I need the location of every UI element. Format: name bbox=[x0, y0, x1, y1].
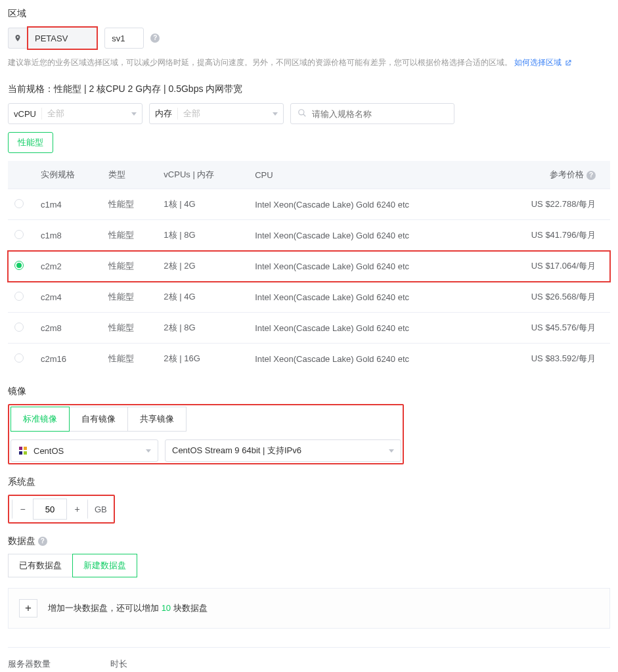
cell-cpu: Intel Xeon(Cascade Lake) Gold 6240 etc bbox=[248, 220, 488, 251]
th-spec: 实例规格 bbox=[34, 161, 102, 189]
region-help-link[interactable]: 如何选择区域 bbox=[514, 58, 571, 67]
th-price: 参考价格 ? bbox=[488, 161, 610, 189]
region-select-petasv[interactable]: PETASV bbox=[8, 26, 98, 50]
add-disk-row: + 增加一块数据盘，还可以增加 10 块数据盘 bbox=[8, 588, 610, 629]
system-disk-increase[interactable]: + bbox=[66, 499, 87, 520]
svg-rect-5 bbox=[24, 451, 27, 455]
table-row[interactable]: c2m8性能型2核 | 8GIntel Xeon(Cascade Lake) G… bbox=[8, 313, 610, 344]
svg-rect-2 bbox=[19, 447, 22, 450]
cell-cpu: Intel Xeon(Cascade Lake) Gold 6240 etc bbox=[248, 282, 488, 313]
cell-price: US $83.592/每月 bbox=[488, 344, 610, 374]
row-radio[interactable] bbox=[14, 292, 24, 301]
cell-spec: c2m2 bbox=[34, 251, 102, 282]
chevron-down-icon bbox=[146, 449, 151, 453]
qty-label: 服务器数量 bbox=[8, 658, 84, 670]
cell-vcpus: 1核 | 4G bbox=[157, 189, 248, 220]
row-radio[interactable] bbox=[14, 323, 24, 332]
cell-spec: c1m8 bbox=[34, 220, 102, 251]
vcpu-filter-select[interactable]: vCPU 全部 bbox=[8, 103, 143, 124]
vcpu-filter-label: vCPU bbox=[14, 109, 36, 119]
system-disk-block: − + GB bbox=[8, 495, 115, 524]
cell-spec: c1m4 bbox=[34, 189, 102, 220]
cell-vcpus: 1核 | 8G bbox=[157, 220, 248, 251]
cell-price: US $17.064/每月 bbox=[488, 251, 610, 282]
cell-vcpus: 2核 | 2G bbox=[157, 251, 248, 282]
cell-type: 性能型 bbox=[102, 313, 157, 344]
centos-icon bbox=[18, 445, 28, 456]
chevron-down-icon bbox=[131, 112, 137, 116]
system-disk-input[interactable] bbox=[33, 504, 66, 514]
spec-search-box[interactable] bbox=[290, 103, 454, 124]
cell-vcpus: 2核 | 16G bbox=[157, 344, 248, 374]
region-option-label: sv1 bbox=[112, 34, 125, 43]
info-icon[interactable]: ? bbox=[38, 537, 47, 546]
svg-point-0 bbox=[299, 109, 304, 114]
row-radio[interactable] bbox=[14, 353, 24, 363]
th-select bbox=[8, 161, 34, 189]
add-disk-button[interactable]: + bbox=[19, 599, 37, 617]
data-disk-tab-new[interactable]: 新建数据盘 bbox=[72, 554, 137, 577]
cell-vcpus: 2核 | 8G bbox=[157, 313, 248, 344]
image-label: 镜像 bbox=[8, 386, 610, 397]
cell-price: US $41.796/每月 bbox=[488, 220, 610, 251]
table-row[interactable]: c2m2性能型2核 | 2GIntel Xeon(Cascade Lake) G… bbox=[8, 251, 610, 282]
th-cpu: CPU bbox=[248, 161, 488, 189]
cell-type: 性能型 bbox=[102, 189, 157, 220]
image-config-block: 标准镜像 自有镜像 共享镜像 CentOS CentOS Stream 9 64… bbox=[8, 404, 404, 464]
memory-filter-label: 内存 bbox=[155, 108, 172, 120]
data-disk-tab-existing[interactable]: 已有数据盘 bbox=[8, 554, 72, 577]
cell-type: 性能型 bbox=[102, 282, 157, 313]
chevron-down-icon bbox=[389, 449, 394, 453]
region-option-sv1[interactable]: sv1 bbox=[104, 28, 144, 49]
cell-cpu: Intel Xeon(Cascade Lake) Gold 6240 etc bbox=[248, 344, 488, 374]
image-tab-shared[interactable]: 共享镜像 bbox=[127, 407, 187, 432]
row-radio[interactable] bbox=[14, 230, 24, 239]
table-row[interactable]: c2m4性能型2核 | 4GIntel Xeon(Cascade Lake) G… bbox=[8, 282, 610, 313]
table-row[interactable]: c1m8性能型1核 | 8GIntel Xeon(Cascade Lake) G… bbox=[8, 220, 610, 251]
row-radio[interactable] bbox=[14, 199, 24, 208]
search-icon bbox=[298, 108, 307, 120]
os-name: CentOS bbox=[33, 446, 64, 456]
current-spec-title: 当前规格：性能型 | 2 核CPU 2 G内存 | 0.5Gbps 内网带宽 bbox=[8, 83, 610, 95]
add-disk-text: 增加一块数据盘，还可以增加 10 块数据盘 bbox=[48, 602, 208, 614]
svg-rect-3 bbox=[24, 447, 27, 450]
cell-cpu: Intel Xeon(Cascade Lake) Gold 6240 etc bbox=[248, 313, 488, 344]
os-version: CentOS Stream 9 64bit | 支持IPv6 bbox=[172, 445, 301, 457]
os-version-select[interactable]: CentOS Stream 9 64bit | 支持IPv6 bbox=[165, 439, 401, 462]
cell-spec: c2m8 bbox=[34, 313, 102, 344]
info-icon[interactable]: ? bbox=[586, 171, 596, 180]
cell-spec: c2m16 bbox=[34, 344, 102, 374]
row-radio[interactable] bbox=[14, 261, 24, 270]
region-value: PETASV bbox=[27, 26, 98, 50]
table-row[interactable]: c1m4性能型1核 | 4GIntel Xeon(Cascade Lake) G… bbox=[8, 189, 610, 220]
region-hint-text: 建议靠近您的业务区域选择区域，可以减少网络时延，提高访问速度。另外，不同区域的资… bbox=[8, 58, 512, 67]
location-pin-icon bbox=[14, 34, 22, 43]
cell-cpu: Intel Xeon(Cascade Lake) Gold 6240 etc bbox=[248, 251, 488, 282]
system-disk-unit: GB bbox=[95, 504, 111, 514]
chevron-down-icon bbox=[273, 112, 278, 116]
image-tab-own[interactable]: 自有镜像 bbox=[70, 407, 127, 432]
cell-type: 性能型 bbox=[102, 220, 157, 251]
spec-table: 实例规格 类型 vCPUs | 内存 CPU 参考价格 ? c1m4性能型1核 … bbox=[8, 161, 610, 374]
cell-spec: c2m4 bbox=[34, 282, 102, 313]
system-disk-decrease[interactable]: − bbox=[12, 499, 33, 520]
system-disk-label: 系统盘 bbox=[8, 476, 610, 488]
spec-search-input[interactable] bbox=[312, 109, 447, 119]
table-row[interactable]: c2m16性能型2核 | 16GIntel Xeon(Cascade Lake)… bbox=[8, 344, 610, 374]
region-label: 区域 bbox=[8, 8, 610, 20]
memory-filter-select[interactable]: 内存 全部 bbox=[149, 103, 284, 124]
cell-price: US $45.576/每月 bbox=[488, 313, 610, 344]
system-disk-stepper[interactable]: − + bbox=[12, 499, 88, 520]
cell-cpu: Intel Xeon(Cascade Lake) Gold 6240 etc bbox=[248, 189, 488, 220]
os-select[interactable]: CentOS bbox=[11, 439, 158, 462]
th-vcpus: vCPUs | 内存 bbox=[157, 161, 248, 189]
info-icon[interactable]: ? bbox=[150, 34, 160, 43]
footer: 服务器数量 − + 时长 1 个月 7.5折 配置费用: US $ 20.142… bbox=[8, 647, 610, 672]
vcpu-filter-value: 全部 bbox=[41, 108, 126, 120]
svg-line-1 bbox=[303, 114, 306, 116]
type-tab-performance[interactable]: 性能型 bbox=[8, 132, 53, 153]
cell-price: US $26.568/每月 bbox=[488, 282, 610, 313]
image-tab-standard[interactable]: 标准镜像 bbox=[11, 407, 70, 432]
cell-price: US $22.788/每月 bbox=[488, 189, 610, 220]
th-type: 类型 bbox=[102, 161, 157, 189]
